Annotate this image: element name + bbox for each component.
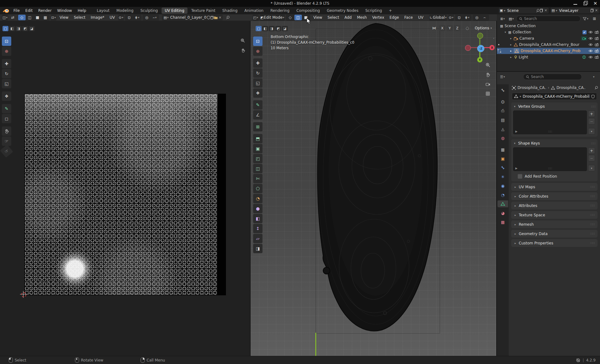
touch-select-tool[interactable]: ☞	[2, 136, 11, 146]
snap-magnet-icon[interactable]: Ω	[126, 15, 133, 20]
custom-properties-panel[interactable]: ▸Custom Properties∷∷	[511, 239, 598, 247]
add-shape-key-button[interactable]: +	[588, 147, 595, 154]
hide-eye-icon[interactable]	[588, 49, 593, 52]
tab-physics[interactable]: ◉	[498, 182, 508, 189]
unlink-image-icon[interactable]: ✕	[218, 16, 222, 20]
vp-menu-edge[interactable]: Edge	[388, 15, 401, 20]
panel-grip-icon[interactable]: ∷∷	[590, 241, 595, 245]
uv-texture-image[interactable]	[24, 94, 226, 295]
select-subtract-icon[interactable]: ◨	[269, 26, 275, 31]
pin-icon[interactable]	[535, 8, 540, 13]
tab-scene[interactable]: ◬	[498, 125, 508, 132]
extrude-region-tool[interactable]: ⬒	[253, 134, 262, 143]
vp-menu-mesh[interactable]: Mesh	[355, 15, 369, 20]
select-intersect-icon[interactable]: ◪	[29, 26, 35, 31]
panel-grip-icon[interactable]: ∷∷	[591, 142, 596, 145]
panel-grip-icon[interactable]: ∷∷	[590, 223, 595, 226]
rip-region-tool[interactable]: ◨	[253, 244, 262, 253]
vp-menu-add[interactable]: Add	[342, 15, 354, 20]
move-tool[interactable]: ✚	[2, 59, 11, 68]
texture-space-panel[interactable]: ▸Texture Space∷∷	[511, 211, 598, 219]
select-intersect-icon[interactable]: ◪	[282, 26, 288, 31]
duplicate-scene-icon[interactable]	[540, 9, 543, 12]
blender-logo-icon[interactable]	[2, 8, 9, 13]
color-attributes-panel[interactable]: ▸Color Attributes∷∷	[511, 192, 598, 200]
panel-grip-icon[interactable]: ∷∷	[590, 232, 595, 235]
tab-animation[interactable]: Animation	[241, 7, 267, 14]
cursor-tool[interactable]: ⊕	[253, 47, 262, 56]
new-collection-button[interactable]: ⊞	[591, 16, 598, 22]
row-drosophila-prob[interactable]: ▸ Drosophila_CAAX-mCherry_Prob	[497, 48, 600, 54]
render-visibility-icon[interactable]	[595, 31, 599, 34]
pan-hand-icon[interactable]	[484, 71, 491, 78]
filter-dropdown[interactable]: ▾	[582, 16, 589, 22]
select-set-icon[interactable]: ▢	[2, 26, 8, 31]
tab-particles[interactable]: ✳	[498, 173, 508, 180]
uv-pivot-dropdown[interactable]: ⊙▾	[118, 15, 124, 21]
scale-tool[interactable]: ◱	[2, 79, 11, 88]
fake-user-shield-icon[interactable]	[207, 16, 210, 19]
camera-view-icon[interactable]	[484, 81, 491, 88]
render-visibility-icon[interactable]	[595, 49, 599, 52]
select-invert-icon[interactable]: ◩	[22, 26, 28, 31]
snap-magnet-icon[interactable]: Ω	[456, 15, 463, 20]
smooth-tool[interactable]: ●	[253, 204, 262, 213]
menu-edit[interactable]: Edit	[22, 7, 35, 14]
hide-eye-icon[interactable]	[588, 37, 593, 40]
restore-button[interactable]	[583, 1, 588, 6]
uv-menu-uv[interactable]: UV	[108, 15, 117, 20]
gizmo-axis-x-neg[interactable]	[465, 45, 471, 51]
shape-keys-list[interactable]: ▶ ∷∷	[513, 147, 587, 171]
rotate-tool[interactable]: ↻	[2, 69, 11, 78]
mode-dropdown[interactable]: ◩ Edit Mode ▾	[260, 15, 285, 21]
transform-orientation-dropdown[interactable]: ∟ Global ▾	[429, 15, 447, 21]
add-vertex-group-button[interactable]: +	[588, 111, 595, 117]
pan-hand-tool[interactable]	[2, 126, 11, 136]
annotate-tool[interactable]: ✎	[253, 100, 262, 110]
tab-object-data[interactable]	[498, 200, 508, 207]
panel-disclosure-icon[interactable]: ▾	[513, 142, 516, 145]
outliner-search[interactable]: Search	[516, 16, 581, 22]
shape-key-specials-button[interactable]: ▾	[588, 165, 595, 171]
knife-tool[interactable]: ✄	[253, 174, 262, 183]
editor-type-selector[interactable]: ◰▾	[252, 15, 259, 21]
disclosure-icon[interactable]: ▾	[504, 31, 507, 34]
vp-menu-vertex[interactable]: Vertex	[370, 15, 387, 20]
select-mode-vertex[interactable]: ◇	[287, 15, 294, 20]
tab-world[interactable]: ◍	[498, 135, 508, 141]
select-extend-icon[interactable]: ◧	[9, 26, 15, 31]
proportional-edit-toggle[interactable]: ◎	[473, 15, 481, 20]
properties-editor-type[interactable]: ☰▾	[499, 74, 506, 80]
new-image-icon[interactable]	[211, 16, 213, 19]
menu-file[interactable]: File	[11, 7, 22, 14]
image-pin-toggle[interactable]	[224, 15, 231, 20]
tab-texture[interactable]: ▩	[498, 219, 508, 225]
remesh-panel[interactable]: ▸Remesh∷∷	[511, 220, 598, 228]
close-button[interactable]: ✕	[593, 1, 598, 6]
select-set-icon[interactable]: ▢	[256, 26, 262, 31]
mirror-icon[interactable]: ⋈	[430, 25, 438, 31]
uv-select-mode-vertex[interactable]: ◇	[18, 15, 26, 20]
rotate-tool[interactable]: ↻	[253, 68, 262, 78]
edge-slide-tool[interactable]: ◧	[253, 214, 262, 223]
gizmo-axis-x[interactable]: X	[489, 45, 495, 50]
gizmo-axis-z-view[interactable]: -Z	[477, 45, 484, 52]
remove-shape-key-button[interactable]: −	[588, 155, 595, 161]
shear-tool[interactable]: ▱	[253, 234, 262, 243]
row-camera[interactable]: ▸ Camera	[497, 35, 600, 42]
image-browse-dropdown[interactable]: ▤▾	[162, 15, 170, 20]
uv-maps-panel[interactable]: ▸UV Maps∷∷	[511, 183, 598, 191]
viewport-3d[interactable]: Bottom Orthographic (1) Drosophila_CAAX-…	[251, 21, 497, 356]
tab-modifiers[interactable]: 🔧︎	[498, 164, 508, 171]
collection-checkbox[interactable]: ✔	[582, 30, 587, 34]
display-mode-dropdown[interactable]: ≣▾	[499, 16, 506, 22]
tab-render[interactable]: ⏣	[498, 98, 508, 105]
transform-tool[interactable]: ❖	[2, 91, 11, 101]
filter-id-dropdown[interactable]: ▤▾	[508, 16, 515, 22]
row-scene-collection[interactable]: ▦ Scene Collection	[497, 23, 600, 29]
navigation-gizmo[interactable]: -Z X Y	[465, 33, 495, 63]
poly-build-tool[interactable]: ⬠	[253, 184, 262, 193]
expand-icon[interactable]: ▶	[515, 167, 518, 170]
shrink-fatten-tool[interactable]: ↕	[253, 224, 262, 233]
tab-shading[interactable]: Shading	[219, 7, 241, 14]
